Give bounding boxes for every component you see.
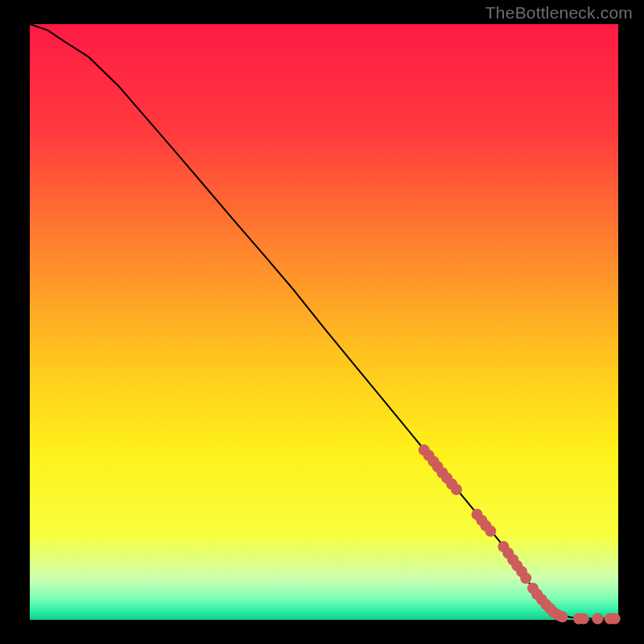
highlight-point (609, 613, 621, 625)
highlight-point (520, 572, 531, 584)
highlight-point (485, 526, 496, 537)
highlight-point (557, 611, 568, 622)
gradient-background (30, 24, 618, 620)
highlight-point (451, 484, 462, 495)
chart-stage: TheBottleneck.com (0, 0, 644, 644)
chart-svg (0, 0, 644, 644)
highlight-point (578, 613, 589, 625)
highlight-point (592, 613, 603, 625)
